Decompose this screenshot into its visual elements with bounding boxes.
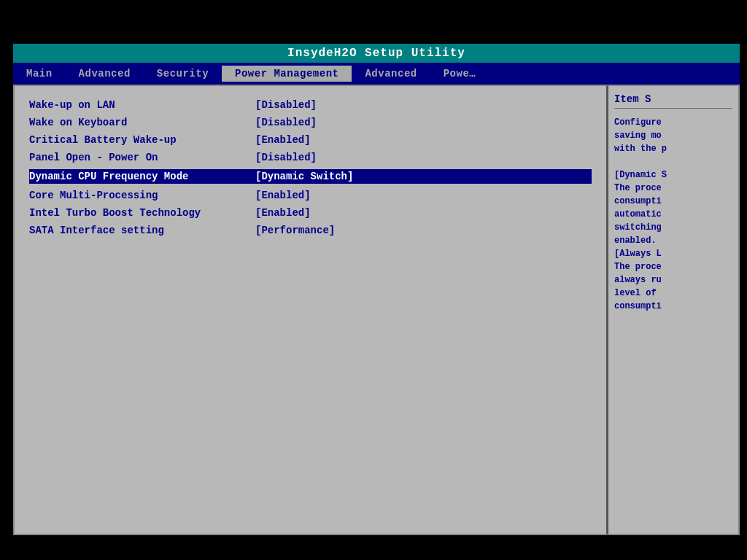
menu-security[interactable]: Security xyxy=(144,66,222,82)
setting-row-wakeup-lan[interactable]: Wake-up on LAN [Disabled] xyxy=(29,99,592,111)
content-area: Wake-up on LAN [Disabled] Wake on Keyboa… xyxy=(13,85,740,535)
setting-row-wake-keyboard[interactable]: Wake on Keyboard [Disabled] xyxy=(29,117,592,128)
setting-value-turbo-boost: [Enabled] xyxy=(255,207,311,219)
setting-name-critical-battery: Critical Battery Wake-up xyxy=(29,134,255,146)
setting-name-turbo-boost: Intel Turbo Boost Technology xyxy=(29,207,255,219)
menu-power[interactable]: Powe… xyxy=(430,66,489,82)
setting-value-wake-keyboard: [Disabled] xyxy=(255,117,317,128)
settings-table: Wake-up on LAN [Disabled] Wake on Keyboa… xyxy=(29,99,592,236)
menu-power-management[interactable]: Power Management xyxy=(222,66,352,82)
setting-row-core-multi[interactable]: Core Multi-Processing [Enabled] xyxy=(29,190,592,201)
right-panel: Item S Configuresaving mowith the p [Dyn… xyxy=(608,85,740,535)
menu-main[interactable]: Main xyxy=(13,66,66,82)
setting-name-core-multi: Core Multi-Processing xyxy=(29,190,255,201)
setting-row-turbo-boost[interactable]: Intel Turbo Boost Technology [Enabled] xyxy=(29,207,592,219)
menu-advanced2[interactable]: Advanced xyxy=(352,66,430,82)
title-bar: InsydeH2O Setup Utility xyxy=(13,44,740,63)
setting-value-critical-battery: [Enabled] xyxy=(255,134,311,146)
bios-window: InsydeH2O Setup Utility Main Advanced Se… xyxy=(13,44,740,538)
setting-value-wakeup-lan: [Disabled] xyxy=(255,99,317,111)
setting-value-panel-open: [Disabled] xyxy=(255,152,317,163)
menu-bar: Main Advanced Security Power Management … xyxy=(13,63,740,85)
setting-row-panel-open[interactable]: Panel Open - Power On [Disabled] xyxy=(29,152,592,163)
right-panel-help-text: Configuresaving mowith the p [Dynamic ST… xyxy=(614,116,732,313)
bios-title: InsydeH2O Setup Utility xyxy=(287,47,465,60)
setting-row-sata[interactable]: SATA Interface setting [Performance] xyxy=(29,225,592,236)
setting-name-sata: SATA Interface setting xyxy=(29,225,255,236)
setting-row-dynamic-cpu[interactable]: Dynamic CPU Frequency Mode [Dynamic Swit… xyxy=(29,169,592,184)
setting-name-wake-keyboard: Wake on Keyboard xyxy=(29,117,255,128)
bios-screen: InsydeH2O Setup Utility Main Advanced Se… xyxy=(0,0,747,560)
setting-name-wakeup-lan: Wake-up on LAN xyxy=(29,99,255,111)
setting-value-core-multi: [Enabled] xyxy=(255,190,311,201)
setting-row-critical-battery[interactable]: Critical Battery Wake-up [Enabled] xyxy=(29,134,592,146)
setting-name-panel-open: Panel Open - Power On xyxy=(29,152,255,163)
main-panel: Wake-up on LAN [Disabled] Wake on Keyboa… xyxy=(13,85,608,535)
setting-value-dynamic-cpu: [Dynamic Switch] xyxy=(255,171,353,182)
setting-value-sata: [Performance] xyxy=(255,225,335,236)
setting-name-dynamic-cpu: Dynamic CPU Frequency Mode xyxy=(29,171,255,182)
menu-advanced[interactable]: Advanced xyxy=(66,66,144,82)
right-panel-title: Item S xyxy=(614,93,732,109)
